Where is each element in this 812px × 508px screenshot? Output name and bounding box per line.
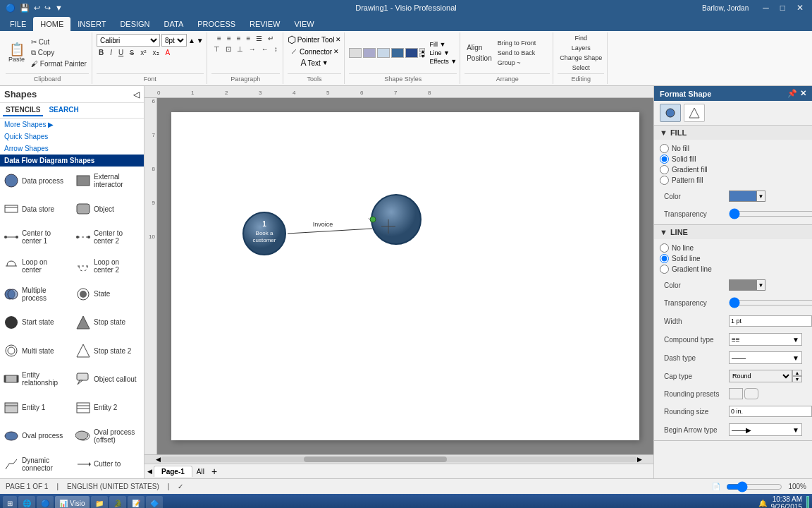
- scroll-pages-left[interactable]: ◀: [147, 468, 152, 475]
- taskbar-chrome[interactable]: 🔵: [37, 496, 54, 508]
- format-painter-button[interactable]: 🖌 Format Painter: [29, 59, 89, 68]
- style-more-button[interactable]: ▲ ▼: [419, 48, 425, 58]
- panel-pin-button[interactable]: 📌: [787, 89, 797, 98]
- tab-file[interactable]: FILE: [3, 17, 33, 31]
- rounding-size-input[interactable]: [729, 406, 812, 417]
- dash-type-select[interactable]: —— ▼: [729, 351, 802, 364]
- font-color-button[interactable]: A: [164, 48, 173, 57]
- fill-color-button[interactable]: [729, 190, 757, 202]
- shape-item-data-store[interactable]: Data store: [0, 195, 72, 223]
- pointer-tool-button[interactable]: Pointer Tool: [297, 36, 335, 44]
- shape-item-state[interactable]: State: [72, 280, 144, 308]
- shape-item-loop-center-2[interactable]: Loop on center 2: [72, 252, 144, 280]
- scroll-right-button[interactable]: ▶: [637, 456, 642, 463]
- cap-type-down[interactable]: ▼: [792, 376, 802, 382]
- line-color-dropdown[interactable]: ▼: [757, 279, 765, 291]
- style-swatch-2[interactable]: [363, 48, 376, 58]
- line-gradient[interactable]: Gradient line: [660, 265, 806, 274]
- fill-no-fill[interactable]: No fill: [660, 144, 806, 153]
- quick-access-more[interactable]: ▼: [55, 4, 63, 12]
- ltr-button[interactable]: →: [247, 44, 258, 54]
- show-desktop-button[interactable]: [806, 496, 809, 508]
- decrease-font-button[interactable]: ▼: [197, 37, 204, 44]
- fill-effects-icon-btn[interactable]: [660, 104, 681, 122]
- subscript-button[interactable]: x₂: [151, 48, 161, 57]
- align-right-button[interactable]: ≡: [235, 34, 243, 43]
- fill-solid[interactable]: Solid fill: [660, 155, 806, 164]
- fill-color-dropdown[interactable]: ▼: [757, 190, 765, 202]
- tab-review[interactable]: REVIEW: [242, 17, 287, 31]
- shape-item-cutter-to[interactable]: Cutter to: [72, 450, 144, 478]
- shape-item-center-center-1[interactable]: Center to center 1: [0, 223, 72, 251]
- rounding-preset-1[interactable]: [729, 388, 743, 399]
- zoom-slider[interactable]: [726, 483, 782, 490]
- cap-type-select[interactable]: Round Square Flat: [729, 370, 792, 382]
- valign-mid-button[interactable]: ⊡: [223, 44, 233, 54]
- find-button[interactable]: Find: [572, 34, 589, 42]
- start-button[interactable]: ⊞: [3, 496, 17, 508]
- fill-button[interactable]: Fill ▼: [429, 41, 457, 48]
- taskbar-ie[interactable]: 🌐: [18, 496, 35, 508]
- sidebar-section-data-flow[interactable]: Data Flow Diagram Shapes: [0, 155, 144, 167]
- panel-close-button[interactable]: ✕: [800, 89, 806, 98]
- fill-section-header[interactable]: ▼ FILL: [654, 126, 812, 140]
- shape-properties-icon-btn[interactable]: [684, 104, 705, 122]
- cap-type-up[interactable]: ▲: [792, 370, 802, 376]
- shape-item-entity-2[interactable]: Entity 2: [72, 393, 144, 421]
- shape-item-oval-process[interactable]: Oval process: [0, 422, 72, 450]
- spacing-button[interactable]: ↕: [272, 44, 280, 54]
- send-to-back-button[interactable]: Send to Back: [496, 49, 539, 57]
- taskbar-explorer[interactable]: 📁: [91, 496, 108, 508]
- valign-top-button[interactable]: ⊤: [211, 44, 222, 54]
- line-section-header[interactable]: ▼ LINE: [654, 225, 812, 239]
- shape-data-process-2[interactable]: [370, 193, 423, 248]
- page-white[interactable]: 1 Book a customer Invoice: [171, 112, 639, 440]
- increase-font-button[interactable]: ▲: [188, 37, 195, 44]
- align-center-button[interactable]: ≡: [225, 34, 233, 43]
- line-width-input[interactable]: [729, 315, 812, 327]
- list-button[interactable]: ☰: [254, 34, 264, 43]
- tab-stencils[interactable]: STENCILS: [3, 104, 43, 116]
- style-swatch-1[interactable]: [349, 48, 362, 58]
- quick-access-save[interactable]: 💾: [20, 4, 30, 13]
- taskbar-app3[interactable]: 🔷: [146, 496, 163, 508]
- rtl-button[interactable]: ←: [259, 44, 271, 54]
- text-more-button[interactable]: ▼: [322, 59, 328, 66]
- scrollbar-horizontal[interactable]: ◀ ▶: [144, 454, 653, 464]
- effects-button[interactable]: Effects ▼: [429, 58, 457, 65]
- compound-type-select[interactable]: ≡≡ ▼: [729, 333, 802, 346]
- shape-item-dynamic-connector[interactable]: Dynamic connector: [0, 450, 72, 478]
- add-page-button[interactable]: +: [209, 466, 220, 477]
- rounding-preset-2[interactable]: [744, 388, 758, 399]
- shape-item-start-state[interactable]: Start state: [0, 308, 72, 337]
- select-button[interactable]: Select: [570, 64, 592, 72]
- line-no-line[interactable]: No line: [660, 243, 806, 253]
- style-swatch-4[interactable]: [391, 48, 404, 58]
- fill-gradient-radio[interactable]: [660, 165, 669, 174]
- page-tab-1[interactable]: Page-1: [154, 466, 192, 477]
- shape-item-data-process[interactable]: Data process: [0, 167, 72, 195]
- fill-transparency-slider[interactable]: [729, 211, 812, 217]
- canvas-area[interactable]: 0 1 2 3 4 5 6 7 8 6 7 8 9 10: [144, 86, 653, 478]
- scroll-left-button[interactable]: ◀: [156, 456, 161, 463]
- shape-item-object-callout[interactable]: Object callout: [72, 365, 144, 393]
- sidebar-section-more-shapes[interactable]: More Shapes ▶: [0, 119, 144, 131]
- copy-button[interactable]: ⧉ Copy: [29, 48, 89, 58]
- shape-item-center-center-2[interactable]: Center to center 2: [72, 223, 144, 251]
- tab-home[interactable]: HOME: [33, 17, 70, 31]
- canvas-page[interactable]: 1 Book a customer Invoice: [157, 98, 653, 454]
- pointer-close-button[interactable]: ✕: [336, 36, 341, 43]
- quick-access-redo[interactable]: ↪: [44, 4, 51, 13]
- italic-button[interactable]: I: [108, 48, 114, 57]
- shape-item-stop-state[interactable]: Stop state: [72, 308, 144, 337]
- cut-button[interactable]: ✂ Cut: [29, 37, 89, 47]
- bold-button[interactable]: B: [97, 48, 106, 57]
- sidebar-collapse-icon[interactable]: ◁: [133, 90, 140, 99]
- shape-item-multi-state[interactable]: Multi state: [0, 337, 72, 365]
- all-pages-dropdown[interactable]: All: [194, 466, 207, 477]
- connector-button[interactable]: Connector: [300, 48, 332, 56]
- tab-data[interactable]: DATA: [157, 17, 191, 31]
- close-button[interactable]: ✕: [794, 3, 806, 13]
- shape-item-entity-relationship[interactable]: Entity relationship: [0, 365, 72, 393]
- minimize-button[interactable]: ─: [760, 3, 772, 13]
